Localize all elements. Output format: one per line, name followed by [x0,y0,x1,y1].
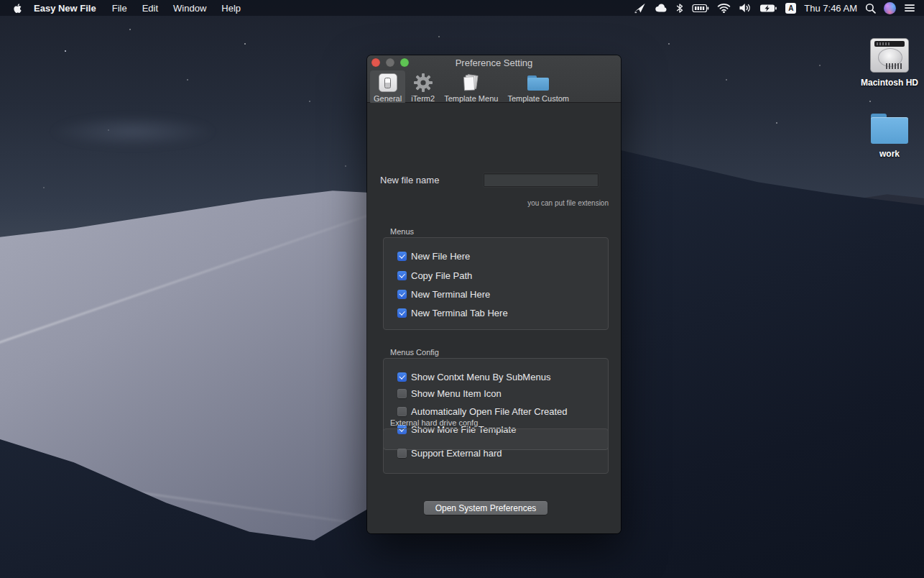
group-box-menus: New File Here Copy File Path New Termina… [383,237,609,330]
switch-icon [379,73,397,93]
input-source-icon[interactable]: A [785,3,796,14]
menubar-item-edit[interactable]: Edit [142,3,158,14]
toolbar-tab-template-menu[interactable]: Template Menu [440,70,502,104]
folder-icon [846,114,924,144]
desktop-icon-label: Macintosh HD [861,78,918,88]
checkbox-icon [397,372,407,382]
menubar-clock[interactable]: Thu 7:46 AM [804,3,857,14]
open-system-preferences-button[interactable]: Open System Preferences [424,501,548,515]
siri-icon[interactable] [884,2,896,14]
toolbar-tab-iterm2[interactable]: iTerm2 [407,70,438,104]
checkbox-automatically-open-file[interactable]: Automatically Open File After Created [397,406,568,417]
hard-drive-icon [846,38,924,73]
menubar-item-window[interactable]: Window [173,3,206,14]
battery-charging-icon[interactable] [759,4,777,13]
menubar-app-name[interactable]: Easy New File [34,3,96,14]
toolbar-tab-general[interactable]: General [370,70,405,104]
checkbox-copy-file-path[interactable]: Copy File Path [397,270,472,281]
group-title-menus-config: Menus Config [390,348,439,357]
spotlight-search-icon[interactable] [865,3,876,14]
checkbox-new-file-here[interactable]: New File Here [397,251,470,262]
battery-level-icon[interactable] [692,4,709,13]
desktop-screen: Easy New File File Edit Window Help A Th… [0,0,924,578]
checkbox-show-context-menu-by-submenus[interactable]: Show Contxt Menu By SubMenus [397,372,550,382]
menubar-item-help[interactable]: Help [221,3,241,14]
apple-icon [13,3,22,14]
bluetooth-icon[interactable] [675,3,684,14]
preference-toolbar: General iTerm2 Template Menu [370,70,575,104]
apple-menu[interactable] [13,3,22,14]
file-name-input[interactable] [484,173,599,187]
preference-general-pane: New file name you can put file extension… [367,103,621,533]
menubar-status-area: A Thu 7:46 AM [634,2,915,14]
notification-center-icon[interactable] [904,3,915,13]
checkbox-icon [397,407,407,416]
gear-icon [413,73,433,93]
checkbox-new-terminal-here[interactable]: New Terminal Here [397,289,490,300]
menubar-item-file[interactable]: File [112,3,127,14]
checkbox-show-menu-item-icon[interactable]: Show Menu Item Icon [397,388,502,399]
volume-icon[interactable] [739,3,752,13]
desktop-icon-label: work [879,149,900,159]
preference-window: Preference Setting General iTerm2 [367,55,621,533]
group-box-external-hard-drive: Support External hard [383,428,609,474]
folder-icon [527,73,549,93]
menu-bar: Easy New File File Edit Window Help A Th… [0,0,924,16]
cloud-icon[interactable] [654,3,667,13]
wifi-icon[interactable] [717,3,731,13]
desktop-icon-work[interactable]: work [846,114,924,160]
checkbox-icon [397,389,407,398]
checkbox-new-terminal-tab-here[interactable]: New Terminal Tab Here [397,308,508,318]
desktop-icon-macintosh-hd[interactable]: Macintosh HD [846,38,924,88]
window-header: Preference Setting General iTerm2 [367,55,621,103]
file-extension-hint: you can put file extension [527,199,609,207]
wallpaper-cloud [50,115,216,148]
group-title-external-hard-drive: External hard drive confg [390,418,478,427]
checkbox-icon [397,308,407,318]
checkbox-icon [397,271,407,280]
paper-plane-icon[interactable] [634,3,646,14]
checkbox-icon [397,290,407,299]
file-name-label: New file name [380,175,439,185]
checkbox-icon [397,449,407,458]
toolbar-tab-template-custom[interactable]: Template Custom [504,70,573,104]
checkbox-support-external-hard[interactable]: Support External hard [397,448,502,459]
group-title-menus: Menus [390,227,414,236]
checkbox-icon [397,252,407,261]
window-title: Preference Setting [367,58,621,68]
documents-icon [461,73,481,93]
